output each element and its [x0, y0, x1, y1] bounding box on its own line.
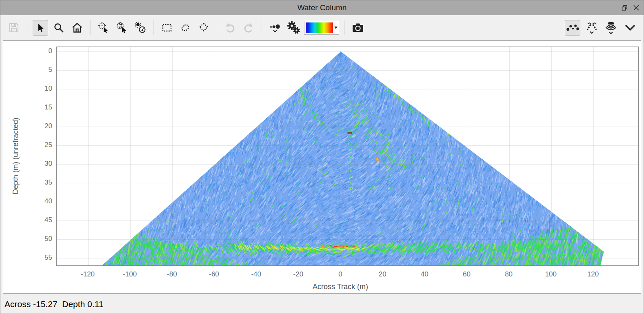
- rectangle-select-icon: [161, 22, 173, 33]
- y-tick-label: 25: [3, 140, 52, 149]
- toolbar-separator: [90, 20, 91, 35]
- water-column-fan-plot[interactable]: [56, 47, 639, 266]
- toolbar-separator: [262, 20, 262, 35]
- ellipse-select-icon: [180, 22, 191, 33]
- y-tick-label: 55: [3, 253, 52, 262]
- points-display-button[interactable]: [565, 20, 580, 36]
- zoom-icon: [53, 22, 64, 33]
- pick-globe-icon: [116, 22, 128, 34]
- toolbar: [0, 15, 644, 40]
- settings-button[interactable]: [286, 20, 301, 36]
- chevron-down-icon: [590, 32, 593, 33]
- polygon-select-button[interactable]: [196, 20, 211, 36]
- polygon-select-icon: [198, 22, 209, 33]
- cursor-select-button[interactable]: [33, 20, 48, 36]
- water-column-canvas[interactable]: [57, 47, 638, 265]
- undo-button[interactable]: [222, 20, 238, 36]
- ellipse-select-button[interactable]: [178, 20, 193, 36]
- chevron-down-icon: [273, 30, 277, 32]
- home-button[interactable]: [69, 20, 85, 36]
- x-tick-label: -60: [209, 270, 219, 278]
- follow-compass-icon: [134, 22, 147, 34]
- toolbar-separator: [27, 20, 27, 35]
- window-title: Water Column: [0, 0, 644, 15]
- x-tick-label: -100: [123, 270, 137, 278]
- toolbar-separator: [217, 20, 217, 35]
- water-column-window: Water Column: [0, 0, 644, 314]
- x-tick-label: -120: [81, 270, 95, 278]
- x-tick-label: 60: [463, 270, 471, 278]
- redo-icon: [243, 22, 254, 33]
- cursor-select-icon: [36, 23, 45, 33]
- chevron-down-icon: [609, 32, 613, 34]
- cursor-position-readout: Across -15.27 Depth 0.11: [4, 299, 103, 309]
- follow-compass-button[interactable]: [133, 20, 148, 36]
- close-icon[interactable]: [633, 4, 640, 11]
- colormap-dropdown[interactable]: [304, 21, 339, 35]
- y-tick-label: 30: [3, 159, 52, 168]
- window-controls: [621, 0, 640, 15]
- pick-point-button[interactable]: [96, 20, 111, 36]
- x-tick-label: -40: [251, 270, 261, 278]
- x-tick-label: 20: [379, 270, 386, 278]
- plot-panel: Depth (m) (unrefracted) Across Track (m)…: [3, 40, 641, 294]
- y-tick-label: 50: [3, 234, 52, 243]
- chevron-down-icon: [334, 27, 338, 29]
- save-icon: [8, 22, 20, 33]
- y-tick-label: 15: [3, 103, 52, 112]
- status-bar: Across -15.27 Depth 0.11: [0, 294, 644, 314]
- zoom-button[interactable]: [51, 20, 67, 36]
- y-tick-label: 20: [3, 122, 52, 131]
- colormap-gradient: [306, 22, 333, 33]
- y-tick-label: 10: [3, 84, 52, 93]
- point-size-icon: [269, 22, 281, 34]
- y-tick-label: 40: [3, 197, 52, 206]
- y-tick-label: 0: [3, 47, 52, 56]
- x-tick-label: 80: [505, 270, 513, 278]
- undo-icon: [224, 22, 236, 33]
- point-size-button[interactable]: [267, 20, 283, 36]
- x-tick-label: 40: [421, 270, 429, 278]
- toolbar-separator: [344, 20, 345, 35]
- x-tick-label: 100: [545, 270, 557, 278]
- beams-display-button[interactable]: [584, 20, 600, 36]
- collapse-button[interactable]: [622, 20, 638, 36]
- points-display-icon: [565, 23, 580, 33]
- x-tick-label: -20: [293, 270, 304, 278]
- x-tick-label: 120: [587, 270, 599, 278]
- redo-button[interactable]: [241, 20, 256, 36]
- fan-display-icon: [604, 21, 618, 34]
- save-button[interactable]: [6, 20, 22, 36]
- collapse-chevron-icon: [624, 22, 636, 33]
- pick-globe-button[interactable]: [114, 20, 130, 36]
- snapshot-button[interactable]: [350, 20, 366, 36]
- settings-gears-icon: [286, 21, 300, 35]
- title-bar[interactable]: Water Column: [0, 0, 644, 15]
- y-tick-label: 5: [3, 65, 52, 74]
- rectangle-select-button[interactable]: [159, 20, 175, 36]
- display-mode-tools: [565, 20, 638, 36]
- y-tick-label: 35: [3, 178, 52, 187]
- x-tick-label: -80: [167, 270, 177, 278]
- pick-point-icon: [98, 22, 110, 34]
- camera-snapshot-icon: [352, 22, 364, 34]
- home-icon: [71, 22, 83, 33]
- y-tick-label: 45: [3, 216, 52, 225]
- x-tick-label: 0: [338, 270, 342, 278]
- fan-display-button[interactable]: [603, 20, 619, 36]
- beams-display-icon: [585, 21, 599, 34]
- float-icon[interactable]: [621, 4, 628, 11]
- toolbar-separator: [153, 20, 154, 35]
- x-axis-label: Across Track (m): [313, 283, 368, 291]
